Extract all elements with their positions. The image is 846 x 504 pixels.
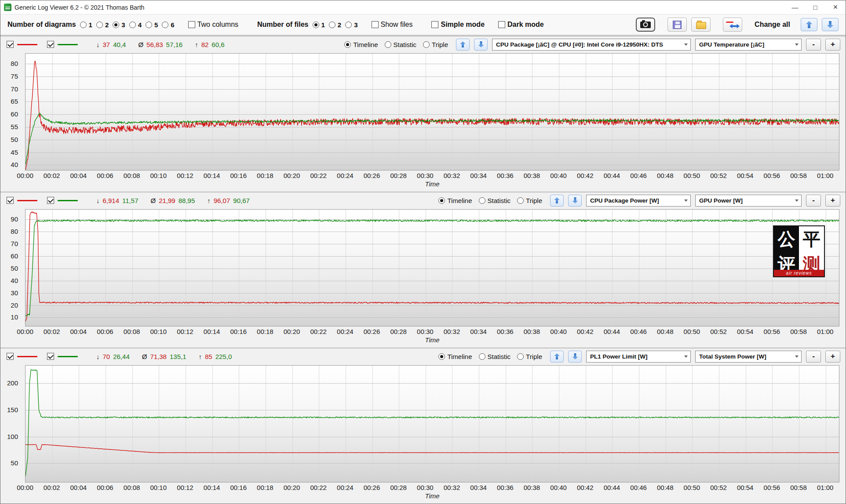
x-tick-label: 00:26 [364,172,380,179]
move-up-button[interactable] [456,39,470,51]
diagrams-radio-6[interactable]: 6 [162,21,174,29]
red-series-combobox[interactable]: CPU Package [¡ãC] @ CPU [#0]: Intel Core… [492,39,691,51]
x-tick-label: 00:22 [310,172,327,179]
x-tick-label: 00:30 [417,172,434,179]
red-series-combobox[interactable]: PL1 Power Limit [W] [586,351,691,363]
files-radio-1[interactable]: 1 [313,21,325,29]
x-tick-label: 00:06 [97,172,113,179]
x-tick-label: 00:56 [764,484,780,491]
dark-mode-checkbox[interactable]: Dark mode [498,21,544,29]
x-tick-label: 00:42 [577,172,594,179]
green-series-combobox[interactable]: Total System Power [W] [695,351,802,363]
x-tick-label: 00:00 [17,484,33,491]
diagrams-radio-4[interactable]: 4 [129,21,142,29]
open-folder-button[interactable] [691,18,711,32]
red-series-combobox[interactable]: CPU Package Power [W] [586,195,691,207]
triple-radio[interactable]: Triple [517,353,542,360]
screenshot-button[interactable] [636,18,655,32]
zoom-out-button[interactable]: - [806,39,821,51]
diagrams-radio-1[interactable]: 1 [80,21,92,29]
change-all-label: Change all [755,21,790,29]
zoom-out-button[interactable]: - [806,351,821,363]
x-tick-label: 00:06 [97,484,113,491]
x-tick-label: 00:08 [124,328,140,335]
statistic-radio[interactable]: Statistic [479,197,511,204]
save-button[interactable] [667,18,687,32]
simple-mode-checkbox[interactable]: Simple mode [431,21,485,29]
panel-1-controls: Timeline Statistic Triple CPU Package [¡… [344,39,840,51]
x-tick-label: 00:58 [790,172,807,179]
x-tick-label: 00:56 [764,172,780,179]
x-tick-label: 00:06 [97,328,113,335]
x-tick-label: 00:52 [710,484,727,491]
zoom-in-button[interactable]: + [825,195,840,207]
checkbox-icon [188,21,195,28]
x-tick-label: 00:50 [684,328,700,335]
change-all-down-button[interactable] [822,18,839,31]
show-files-checkbox[interactable]: Show files [372,21,413,29]
x-tick-label: 00:58 [790,328,807,335]
move-down-button[interactable] [474,39,488,51]
move-down-button[interactable] [568,195,582,207]
timeline-radio[interactable]: Timeline [438,197,472,204]
plot-3 [25,365,839,482]
zoom-in-button[interactable]: + [825,39,840,51]
watermark-logo: 公 平 评 测 air reviews [773,225,825,277]
red-series-checkbox[interactable] [7,353,14,360]
x-tick-label: 00:26 [364,328,380,335]
x-tick-label: 00:44 [604,328,620,335]
move-up-button[interactable] [550,195,564,207]
green-series-checkbox[interactable] [47,353,54,360]
x-tick-label: 00:10 [150,328,167,335]
change-all-up-button[interactable] [801,18,817,31]
diagrams-radio-5[interactable]: 5 [146,21,158,29]
y-tick-label: 70 [11,85,18,92]
triple-radio[interactable]: Triple [423,41,448,48]
x-tick-label: 00:46 [630,328,647,335]
green-series-combobox[interactable]: GPU Power [W] [695,195,802,207]
double-arrow-icon [729,24,740,29]
x-tick-label: 00:54 [737,484,754,491]
move-up-button[interactable] [550,351,564,363]
maximize-button[interactable]: □ [805,0,825,14]
radio-icon [479,197,485,204]
y-tick-label: 70 [11,240,18,247]
green-series-checkbox[interactable] [47,197,54,204]
files-radio-3[interactable]: 3 [345,21,357,29]
timeline-radio[interactable]: Timeline [344,41,378,48]
statistic-radio[interactable]: Statistic [479,353,511,360]
triple-radio[interactable]: Triple [517,197,542,204]
y-tick-label: 75 [11,72,18,80]
x-tick-label: 00:32 [444,328,460,335]
radio-icon [345,22,352,28]
red-series-checkbox[interactable] [7,41,14,48]
x-tick-label: 00:12 [177,484,193,491]
radio-icon-selected [113,22,119,28]
red-series-checkbox[interactable] [7,197,14,204]
close-button[interactable]: × [825,0,846,14]
swap-series-button[interactable] [723,18,742,32]
x-tick-label: 00:58 [790,484,807,491]
x-tick-label: 00:52 [710,328,727,335]
y-tick-label: 80 [11,228,18,235]
statistic-radio[interactable]: Statistic [385,41,417,48]
y-tick-label: 60 [11,110,18,118]
zoom-out-button[interactable]: - [806,195,821,207]
files-radio-2[interactable]: 2 [329,21,341,29]
green-series-combobox[interactable]: GPU Temperature [¡ãC] [695,39,802,51]
x-tick-label: 00:14 [204,328,220,335]
x-tick-label: 00:16 [230,328,247,335]
folder-icon [696,22,706,29]
x-tick-label: 00:22 [310,484,327,491]
green-series-checkbox[interactable] [47,41,54,48]
minimize-button[interactable]: — [785,0,805,14]
diagrams-radio-3[interactable]: 3 [113,21,125,29]
diagram-panels: ↓ 37 40,4 Ø 56,83 57,16 ↑ 82 60,6 Timeli… [0,36,846,504]
two-columns-checkbox[interactable]: Two columns [188,21,238,29]
diagrams-radio-2[interactable]: 2 [96,21,109,29]
timeline-radio[interactable]: Timeline [438,353,472,360]
zoom-in-button[interactable]: + [825,351,840,363]
chevron-down-icon [795,44,799,46]
move-down-button[interactable] [568,351,582,363]
y-tick-label: 50 [11,135,18,143]
